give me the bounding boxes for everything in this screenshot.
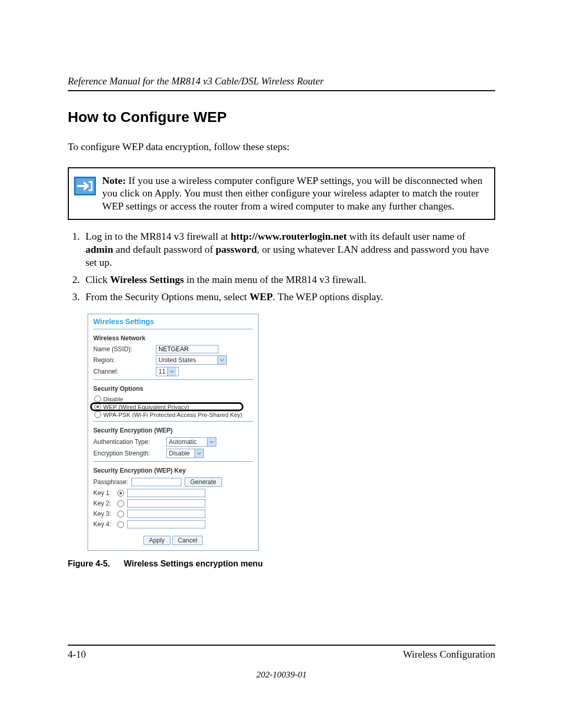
step-3: From the Security Options menu, select W… <box>82 291 495 304</box>
note-text: Note: If you use a wireless computer con… <box>102 175 487 213</box>
step-1-user: admin <box>85 244 113 255</box>
document-id: 202-10039-01 <box>68 670 495 680</box>
channel-value: 11 <box>156 367 167 376</box>
security-wpa-option[interactable]: WPA-PSK (Wi-Fi Protected Access Pre-Shar… <box>94 411 253 418</box>
note-label: Note: <box>102 175 126 186</box>
key2-label: Key 2: <box>93 500 114 507</box>
region-select[interactable]: United States <box>156 355 227 365</box>
step-1-url: http://www.routerlogin.net <box>230 231 347 242</box>
arrow-icon <box>74 177 96 195</box>
note-body: If you use a wireless computer configure… <box>102 175 482 212</box>
divider <box>93 329 253 329</box>
generate-button[interactable]: Generate <box>185 477 222 487</box>
step-3-pre: From the Security Options menu, select <box>85 291 250 302</box>
note-box: Note: If you use a wireless computer con… <box>68 167 495 220</box>
passphrase-input[interactable] <box>131 478 181 486</box>
auth-label: Authentication Type: <box>93 438 166 446</box>
passphrase-label: Passphrase: <box>93 478 128 486</box>
divider <box>93 379 253 380</box>
strength-value: Disable <box>167 449 194 458</box>
apply-button[interactable]: Apply <box>143 536 170 545</box>
cancel-button[interactable]: Cancel <box>172 536 203 545</box>
section-name: Wireless Configuration <box>403 649 495 660</box>
security-disable-label: Disable <box>103 396 123 402</box>
figure-caption: Figure 4-5. Wireless Settings encryption… <box>68 559 495 569</box>
intro-text: To configure WEP data encryption, follow… <box>68 141 495 153</box>
divider <box>93 421 253 422</box>
step-3-bold: WEP <box>250 291 273 302</box>
chevron-down-icon <box>167 367 176 376</box>
security-wep-option[interactable]: WEP (Wired Equivalent Privacy) <box>94 403 199 410</box>
auth-select[interactable]: Automatic <box>166 437 216 447</box>
figure-label: Figure 4-5. <box>68 559 110 568</box>
key2-radio[interactable] <box>117 500 124 507</box>
step-2-post: in the main menu of the MR814 v3 firewal… <box>184 274 366 285</box>
security-options-heading: Security Options <box>93 385 253 392</box>
key4-radio[interactable] <box>117 521 124 528</box>
step-1-mid2: and default password of <box>113 244 216 255</box>
security-disable-option[interactable]: Disable <box>94 396 253 402</box>
key3-input[interactable] <box>127 510 205 518</box>
chevron-down-icon <box>207 438 216 446</box>
keys-heading: Security Encryption (WEP) Key <box>93 467 253 474</box>
key1-label: Key 1: <box>93 489 114 497</box>
step-2-pre: Click <box>85 274 110 285</box>
channel-select[interactable]: 11 <box>156 367 179 376</box>
ssid-input[interactable] <box>156 345 218 353</box>
divider <box>93 461 253 462</box>
step-1-mid: with its default user name of <box>347 231 465 242</box>
running-header: Reference Manual for the MR814 v3 Cable/… <box>68 76 495 91</box>
key4-input[interactable] <box>127 520 205 528</box>
key1-radio[interactable] <box>117 490 124 497</box>
auth-value: Automatic <box>167 438 207 446</box>
strength-label: Encryption Strength: <box>93 450 166 457</box>
step-2: Click Wireless Settings in the main menu… <box>82 274 495 287</box>
step-2-bold: Wireless Settings <box>110 274 184 285</box>
channel-label: Channel: <box>93 368 156 375</box>
encryption-heading: Security Encryption (WEP) <box>93 427 253 434</box>
page-number: 4-10 <box>68 649 86 660</box>
page-footer: 4-10 Wireless Configuration 202-10039-01 <box>68 645 495 680</box>
panel-title: Wireless Settings <box>93 317 253 326</box>
ssid-label: Name (SSID): <box>93 346 156 353</box>
chevron-down-icon <box>194 449 203 458</box>
key4-label: Key 4: <box>93 521 114 528</box>
key2-input[interactable] <box>127 499 205 508</box>
region-label: Region: <box>93 356 156 364</box>
figure-caption-text: Wireless Settings encryption menu <box>124 559 263 568</box>
step-1-pre: Log in to the MR814 v3 firewall at <box>85 231 230 242</box>
security-wep-label: WEP (Wired Equivalent Privacy) <box>103 404 189 410</box>
chevron-down-icon <box>217 356 226 364</box>
key3-radio[interactable] <box>117 511 124 517</box>
step-1: Log in to the MR814 v3 firewall at http:… <box>82 230 495 269</box>
strength-select[interactable]: Disable <box>166 449 204 458</box>
wireless-network-heading: Wireless Network <box>93 335 253 342</box>
radio-icon <box>94 403 101 410</box>
step-1-pass: password <box>216 244 257 255</box>
radio-icon <box>94 396 101 402</box>
key1-input[interactable] <box>127 489 205 497</box>
step-3-post: . The WEP options display. <box>273 291 383 302</box>
radio-icon <box>94 411 101 418</box>
section-heading: How to Configure WEP <box>68 109 495 126</box>
key3-label: Key 3: <box>93 510 114 517</box>
region-value: United States <box>156 356 217 364</box>
wireless-settings-panel: Wireless Settings Wireless Network Name … <box>88 314 259 551</box>
security-wpa-label: WPA-PSK (Wi-Fi Protected Access Pre-Shar… <box>103 412 242 418</box>
